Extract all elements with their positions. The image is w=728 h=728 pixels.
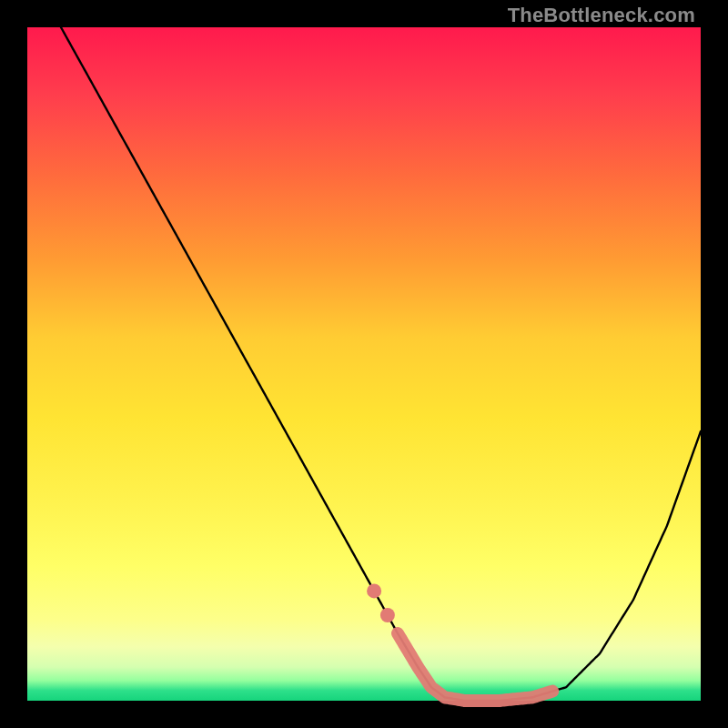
highlight-dot: [367, 583, 381, 598]
chart-svg: [27, 27, 701, 701]
highlight-dot: [380, 608, 395, 622]
bottleneck-curve-path: [61, 27, 701, 701]
chart-frame: [27, 27, 701, 701]
watermark-text: TheBottleneck.com: [508, 4, 695, 27]
bottleneck-curve-highlight: [398, 633, 552, 701]
